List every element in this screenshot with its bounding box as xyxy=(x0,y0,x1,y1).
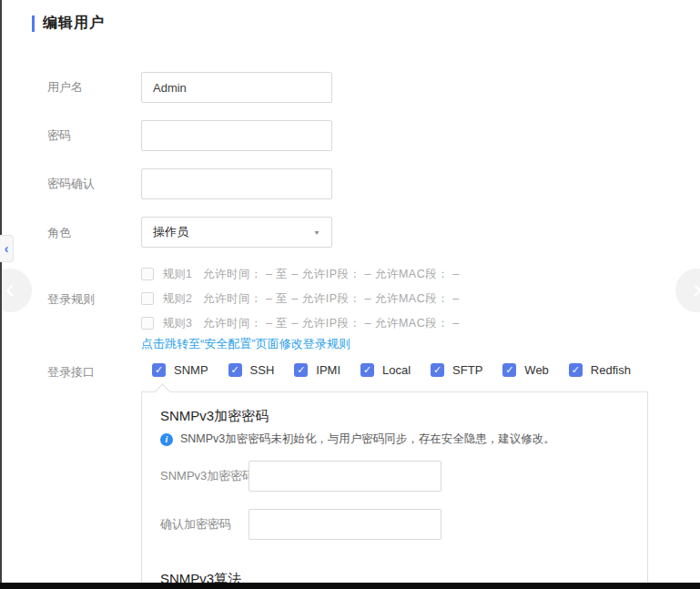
edit-user-page: 编辑用户 用户名 密码 密码确认 角色 操作员 ▼ 登录规则 规则1 允许时间：… xyxy=(0,0,700,589)
login-rule-row: 规则3 允许时间： – 至 – 允许IP段： – 允许MAC段： – xyxy=(141,311,460,335)
interface-sftp-label: SFTP xyxy=(452,363,482,377)
chevron-left-icon: ‹ xyxy=(5,241,9,256)
rule1-detail: 允许时间： – 至 – 允许IP段： – 允许MAC段： – xyxy=(203,267,460,282)
interface-local-label: Local xyxy=(382,363,411,377)
rule2-detail: 允许时间： – 至 – 允许IP段： – 允许MAC段： – xyxy=(203,291,460,307)
username-input[interactable] xyxy=(141,72,332,103)
password-confirm-input[interactable] xyxy=(141,168,332,199)
interface-web-checkbox[interactable]: ✓ Web xyxy=(502,363,549,377)
login-interfaces-row: ✓ SNMP ✓ SSH ✓ IPMI ✓ Local ✓ SFTP ✓ Web… xyxy=(152,363,631,377)
checkbox-checked-icon: ✓ xyxy=(502,363,516,377)
login-rules-label: 登录规则 xyxy=(47,292,95,306)
checkbox-checked-icon: ✓ xyxy=(152,363,166,377)
panel-notch xyxy=(154,383,170,400)
snmpv3-info-banner: i SNMPv3加密密码未初始化，与用户密码同步，存在安全隐患，建议修改。 xyxy=(160,432,555,447)
rule3-name: 规则3 xyxy=(163,316,192,331)
page-title-text: 编辑用户 xyxy=(43,14,105,33)
snmpv3-info-text: SNMPv3加密密码未初始化，与用户密码同步，存在安全隐患，建议修改。 xyxy=(180,432,555,447)
snmpv3-password-label: SNMPv3加密密码 xyxy=(160,469,254,482)
interface-snmp-label: SNMP xyxy=(174,363,208,377)
login-rule-row: 规则2 允许时间： – 至 – 允许IP段： – 允许MAC段： – xyxy=(141,287,460,310)
checkbox-checked-icon: ✓ xyxy=(360,363,374,377)
rule2-checkbox[interactable] xyxy=(141,292,154,305)
login-rule-row: 规则1 允许时间： – 至 – 允许IP段： – 允许MAC段： – xyxy=(141,262,460,286)
role-label: 角色 xyxy=(47,226,71,239)
interface-web-label: Web xyxy=(524,363,549,377)
rule2-name: 规则2 xyxy=(163,291,192,307)
login-interfaces-label: 登录接口 xyxy=(47,365,95,379)
snmpv3-password-confirm-label: 确认加密密码 xyxy=(160,517,231,531)
rule1-checkbox[interactable] xyxy=(141,268,154,280)
snmpv3-password-confirm-input[interactable] xyxy=(249,509,441,540)
password-label: 密码 xyxy=(47,128,71,142)
interface-ssh-checkbox[interactable]: ✓ SSH xyxy=(228,363,275,377)
checkbox-checked-icon: ✓ xyxy=(228,363,242,377)
rule1-name: 规则1 xyxy=(163,267,192,282)
security-config-link[interactable]: 点击跳转至“安全配置”页面修改登录规则 xyxy=(141,336,350,352)
rule3-checkbox[interactable] xyxy=(141,317,154,330)
checkbox-checked-icon: ✓ xyxy=(431,363,444,377)
rule3-detail: 允许时间： – 至 – 允许IP段： – 允许MAC段： – xyxy=(203,316,460,331)
password-confirm-label: 密码确认 xyxy=(47,177,95,190)
sidebar-collapse-handle[interactable]: ‹ xyxy=(0,235,14,262)
interface-redfish-label: Redfish xyxy=(591,363,631,377)
snmpv3-panel: SNMPv3加密密码 i SNMPv3加密密码未初始化，与用户密码同步，存在安全… xyxy=(141,391,648,589)
chevron-right-icon: › xyxy=(693,275,700,302)
carousel-prev-button[interactable]: ‹ xyxy=(0,269,32,312)
interface-redfish-checkbox[interactable]: ✓ Redfish xyxy=(569,363,631,377)
interface-local-checkbox[interactable]: ✓ Local xyxy=(360,363,411,377)
checkbox-checked-icon: ✓ xyxy=(294,363,308,377)
username-label: 用户名 xyxy=(47,80,83,94)
window-left-edge xyxy=(0,0,2,589)
carousel-next-button[interactable]: › xyxy=(675,269,700,312)
interface-ipmi-label: IPMI xyxy=(316,363,340,377)
role-select[interactable]: 操作员 ▼ xyxy=(141,217,332,248)
chevron-down-icon: ▼ xyxy=(313,228,320,236)
snmpv3-password-input[interactable] xyxy=(249,461,441,492)
title-accent-bar xyxy=(32,15,35,32)
interface-ipmi-checkbox[interactable]: ✓ IPMI xyxy=(294,363,340,377)
interface-ssh-label: SSH xyxy=(250,363,275,377)
interface-snmp-checkbox[interactable]: ✓ SNMP xyxy=(152,363,208,377)
snmpv3-panel-title: SNMPv3加密密码 xyxy=(160,408,269,425)
password-input[interactable] xyxy=(141,120,332,151)
interface-sftp-checkbox[interactable]: ✓ SFTP xyxy=(431,363,482,377)
role-selected-value: 操作员 xyxy=(153,224,188,240)
info-circle-icon: i xyxy=(160,433,173,446)
window-bottom-edge xyxy=(0,583,700,589)
checkbox-checked-icon: ✓ xyxy=(569,363,583,377)
page-title: 编辑用户 xyxy=(32,14,105,33)
chevron-left-icon: ‹ xyxy=(5,275,15,302)
